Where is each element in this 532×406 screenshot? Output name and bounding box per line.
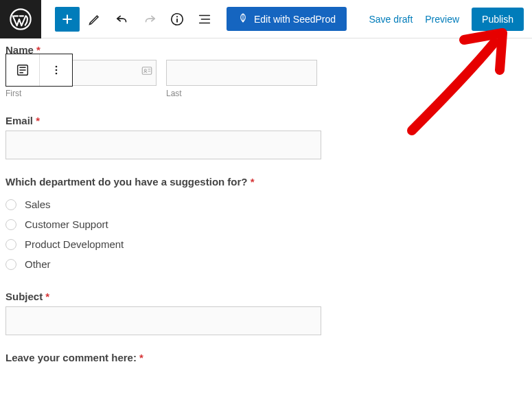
editor-content: Name * First Last Email * Which departme… xyxy=(0,38,532,363)
last-name-input[interactable] xyxy=(166,60,317,86)
department-label: Which department do you have a suggestio… xyxy=(5,176,527,188)
block-more-icon[interactable] xyxy=(39,54,72,86)
redo-button[interactable] xyxy=(137,7,162,32)
name-label: Name * xyxy=(5,44,527,56)
publish-button[interactable]: Publish xyxy=(472,8,524,31)
radio-option[interactable]: Customer Support xyxy=(5,214,527,234)
name-row: First Last xyxy=(5,60,527,98)
svg-point-5 xyxy=(55,66,57,68)
svg-point-6 xyxy=(55,69,57,71)
wordpress-logo[interactable] xyxy=(0,0,41,38)
radio-icon xyxy=(5,219,16,230)
seedprod-label: Edit with SeedProd xyxy=(254,14,336,25)
svg-rect-3 xyxy=(176,19,178,23)
first-name-sublabel: First xyxy=(5,89,157,98)
outline-button[interactable] xyxy=(192,7,217,32)
subject-label: Subject * xyxy=(5,291,527,302)
email-label: Email * xyxy=(5,115,527,126)
radio-label: Other xyxy=(25,258,51,270)
toolbar-left-group: Edit with SeedProd xyxy=(41,7,347,32)
radio-label: Product Development xyxy=(25,238,124,250)
radio-icon xyxy=(5,239,16,250)
edit-mode-icon[interactable] xyxy=(82,7,107,32)
svg-rect-8 xyxy=(142,67,152,75)
svg-point-9 xyxy=(144,69,146,71)
radio-label: Sales xyxy=(25,199,51,210)
email-input[interactable] xyxy=(5,131,321,159)
undo-button[interactable] xyxy=(110,7,135,32)
radio-option[interactable]: Other xyxy=(5,254,527,274)
edit-seedprod-button[interactable]: Edit with SeedProd xyxy=(227,7,347,31)
toolbar-right-group: Save draft Preview Publish xyxy=(369,8,532,31)
block-toolbar xyxy=(5,54,73,87)
add-block-button[interactable] xyxy=(55,7,80,32)
radio-option[interactable]: Sales xyxy=(5,194,527,214)
save-draft-button[interactable]: Save draft xyxy=(369,14,413,25)
editor-toolbar: Edit with SeedProd Save draft Preview Pu… xyxy=(0,0,532,38)
department-radio-group: Sales Customer Support Product Developme… xyxy=(5,194,527,274)
info-button[interactable] xyxy=(165,7,189,32)
radio-option[interactable]: Product Development xyxy=(5,234,527,254)
comment-label: Leave your comment here: * xyxy=(5,352,527,363)
contact-card-icon xyxy=(141,65,153,79)
svg-point-7 xyxy=(55,73,57,75)
subject-input[interactable] xyxy=(5,306,321,335)
radio-label: Customer Support xyxy=(25,218,108,230)
radio-icon xyxy=(5,259,16,270)
svg-point-2 xyxy=(176,16,178,17)
last-name-sublabel: Last xyxy=(166,89,317,98)
radio-icon xyxy=(5,199,16,210)
preview-button[interactable]: Preview xyxy=(425,14,459,25)
seedprod-leaf-icon xyxy=(238,12,248,25)
block-type-icon[interactable] xyxy=(6,54,39,86)
